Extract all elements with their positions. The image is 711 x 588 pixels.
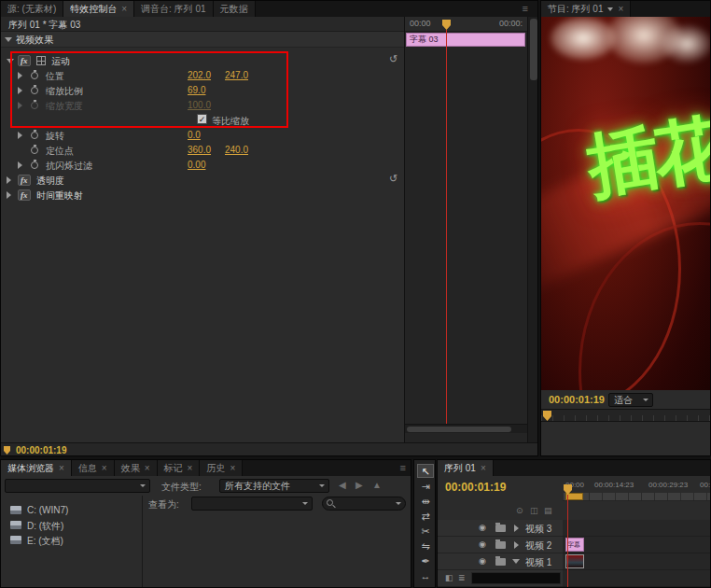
mini-timeline-ruler[interactable]: 00:00 00:00: <box>405 17 527 32</box>
panel-menu-icon[interactable]: ≡ <box>523 3 528 14</box>
close-icon[interactable]: × <box>59 463 64 473</box>
mini-timeline-clip[interactable]: 字幕 03 <box>406 33 525 47</box>
vertical-scrollbar[interactable] <box>527 17 538 442</box>
chevron-down-icon[interactable] <box>512 559 520 564</box>
chevron-right-icon[interactable] <box>18 161 22 169</box>
param-value[interactable]: 0.0 <box>188 130 201 140</box>
track-header-video3[interactable]: ◉ 视频 3 <box>438 520 563 537</box>
stopwatch-icon[interactable] <box>31 132 38 139</box>
location-dropdown[interactable] <box>5 479 150 493</box>
close-icon[interactable]: × <box>188 463 193 473</box>
folder-icon[interactable] <box>495 558 506 566</box>
param-value[interactable]: 0.00 <box>188 160 205 170</box>
playhead-line[interactable] <box>446 30 447 424</box>
track-content-video1-expanded[interactable] <box>563 570 710 587</box>
effect-row-time-remap[interactable]: fx 时间重映射 <box>1 188 404 203</box>
program-ruler[interactable] <box>541 409 710 422</box>
close-icon[interactable]: × <box>230 463 235 473</box>
folder-icon[interactable] <box>495 525 506 532</box>
reset-icon[interactable]: ↺ <box>389 53 397 64</box>
eye-icon[interactable]: ◉ <box>479 539 486 549</box>
panel-divider[interactable] <box>142 496 143 587</box>
clip-thumbnail[interactable] <box>565 554 584 568</box>
tab-effect-controls[interactable]: 特效控制台 × <box>63 1 134 17</box>
stopwatch-icon[interactable] <box>31 161 38 169</box>
view-as-dropdown[interactable] <box>191 497 313 511</box>
tree-item-drive-d[interactable]: D: (软件) <box>1 518 139 533</box>
slip-tool[interactable]: ⇋ <box>417 539 434 553</box>
playhead-line[interactable] <box>567 495 568 587</box>
marker-icon[interactable]: ◫ <box>530 506 538 515</box>
selection-tool[interactable]: ↖ <box>417 464 434 478</box>
tab-source-monitor[interactable]: 源: (无素材) <box>1 1 63 17</box>
eye-icon[interactable]: ◉ <box>479 556 486 566</box>
tab-program-monitor[interactable]: 节目: 序列 01 × <box>541 1 631 17</box>
chevron-right-icon[interactable] <box>514 525 519 532</box>
chevron-down-icon[interactable] <box>607 7 613 11</box>
search-input[interactable] <box>322 497 406 511</box>
track-content-video1[interactable] <box>563 553 710 570</box>
uniform-scale-checkbox[interactable]: ✓ <box>197 114 207 124</box>
forward-icon[interactable]: ▶ <box>356 480 363 490</box>
track-content-video2[interactable]: 字幕 <box>563 537 710 553</box>
tab-info[interactable]: 信息 × <box>72 460 115 476</box>
video-effects-header[interactable]: 视频效果 <box>1 32 404 48</box>
stopwatch-icon[interactable] <box>31 72 38 79</box>
track-content-video3[interactable] <box>563 520 710 537</box>
up-icon[interactable]: ▲ <box>372 480 382 490</box>
param-value-y[interactable]: 240.0 <box>225 145 248 155</box>
scrollbar-thumb[interactable] <box>407 427 511 432</box>
close-icon[interactable]: × <box>145 463 150 473</box>
keyframe-display-icon[interactable]: ≣ <box>458 573 466 582</box>
timeline-timecode[interactable]: 00:00:01:19 <box>445 481 506 494</box>
chevron-right-icon[interactable] <box>7 176 11 184</box>
display-style-icon[interactable]: ▤ <box>544 506 552 515</box>
param-value-y[interactable]: 247.0 <box>225 70 248 80</box>
ripple-edit-tool[interactable]: ⇹ <box>417 495 434 509</box>
file-type-dropdown[interactable]: 所有支持的文件 <box>219 479 329 493</box>
track-header-video1[interactable]: ◉ 视频 1 <box>438 553 563 570</box>
tab-history[interactable]: 历史 × <box>200 460 243 476</box>
effect-row-opacity[interactable]: fx 透明度 ↺ <box>1 173 404 188</box>
program-preview[interactable]: 插花 <box>541 17 710 390</box>
stopwatch-icon[interactable] <box>31 147 38 154</box>
effect-row-motion[interactable]: fx 运动 ↺ <box>1 53 404 68</box>
tab-media-browser[interactable]: 媒体浏览器 × <box>1 460 72 476</box>
razor-tool[interactable]: ✂ <box>417 525 434 539</box>
program-timecode[interactable]: 00:00:01:19 <box>549 394 605 405</box>
close-icon[interactable]: × <box>618 4 623 14</box>
chevron-right-icon[interactable] <box>7 191 11 199</box>
param-value-x[interactable]: 202.0 <box>188 70 211 80</box>
folder-icon[interactable] <box>495 541 506 549</box>
chevron-right-icon[interactable] <box>18 87 22 94</box>
scrollbar-thumb[interactable] <box>530 19 537 80</box>
close-icon[interactable]: × <box>121 4 127 14</box>
tab-audio-mixer[interactable]: 调音台: 序列 01 <box>134 1 213 17</box>
back-icon[interactable]: ◀ <box>339 480 346 490</box>
playhead-marker[interactable] <box>442 20 451 30</box>
rolling-edit-tool[interactable]: ⇄ <box>417 510 434 524</box>
pen-tool[interactable]: ✒ <box>417 554 434 568</box>
tab-markers[interactable]: 标记 × <box>158 460 201 476</box>
thumbnail-style-icon[interactable]: ◧ <box>445 573 453 582</box>
clip-title[interactable]: 字幕 <box>565 538 584 552</box>
horizontal-scrollbar[interactable] <box>405 424 527 433</box>
tree-item-drive-e[interactable]: E: (文档) <box>1 533 139 548</box>
track-select-tool[interactable]: ⇥ <box>417 480 434 494</box>
hand-tool[interactable]: ↔ <box>417 569 434 583</box>
reset-icon[interactable]: ↺ <box>389 173 397 184</box>
timeline-ruler[interactable] <box>563 492 710 501</box>
snap-icon[interactable]: ⊙ <box>516 506 523 515</box>
tab-sequence-01[interactable]: 序列 01 × <box>438 460 494 476</box>
stopwatch-icon[interactable] <box>31 87 38 94</box>
chevron-down-icon[interactable] <box>7 59 14 63</box>
chevron-down-icon[interactable] <box>5 37 12 42</box>
close-icon[interactable]: × <box>102 463 107 473</box>
close-icon[interactable]: × <box>481 463 486 473</box>
effect-controls-timecode[interactable]: 00:00:01:19 <box>16 445 66 455</box>
tab-effects[interactable]: 效果 × <box>115 460 158 476</box>
tree-item-drive-c[interactable]: C: (WIN7) <box>1 503 139 518</box>
track-header-video2[interactable]: ◉ 视频 2 <box>438 537 563 553</box>
panel-menu-icon[interactable]: ≡ <box>400 462 406 473</box>
chevron-right-icon[interactable] <box>514 541 519 549</box>
